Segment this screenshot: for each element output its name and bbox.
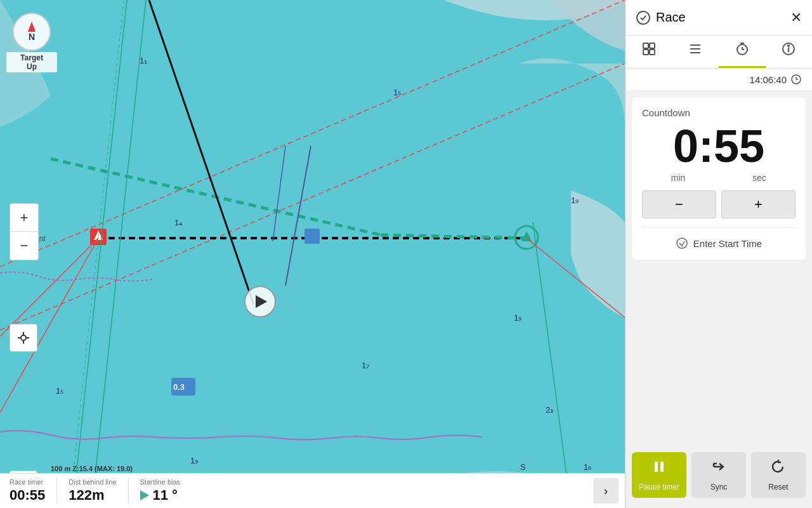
tab-timer-icon: [735, 41, 750, 60]
panel-title-text: Race: [656, 10, 686, 25]
compass-arrow-icon: [28, 22, 36, 32]
nav-arrow-icon: ›: [604, 485, 608, 498]
svg-text:1₁: 1₁: [140, 56, 147, 65]
tab-info-icon: [781, 41, 796, 60]
enter-start-icon: [676, 237, 688, 250]
startline-label: Startline bias: [140, 478, 181, 486]
sync-svg-icon: [710, 458, 727, 475]
play-button-map[interactable]: [244, 286, 276, 318]
pause-icon: [651, 458, 667, 479]
zoom-in-button[interactable]: +: [10, 204, 38, 232]
reset-button[interactable]: Reset: [751, 452, 806, 498]
play-icon: [256, 295, 267, 308]
svg-text:S: S: [520, 462, 526, 472]
enter-start-text: Enter Start Time: [693, 238, 762, 249]
tab-race-setup[interactable]: [625, 36, 672, 68]
zoom-out-button[interactable]: −: [10, 232, 38, 260]
location-icon: [16, 331, 30, 345]
sync-icon: [710, 458, 727, 479]
panel-title: Race: [636, 10, 790, 25]
svg-point-60: [677, 238, 687, 248]
map-svg: 1₁ 1₄ 1₅ 1₅ 1₉ 1₉ 1₇ 1₉ 2₃ S 1₆ ent 0.3: [0, 0, 625, 508]
startline-value-row: 11 °: [140, 487, 181, 504]
tab-timer[interactable]: [719, 36, 766, 68]
sync-button[interactable]: Sync: [691, 452, 746, 498]
race-panel: Race ✕: [625, 0, 812, 508]
svg-point-42: [637, 11, 650, 24]
race-timer-label: Race timer: [10, 478, 45, 486]
sec-plus-button[interactable]: +: [721, 190, 796, 218]
compass: N: [13, 13, 51, 51]
svg-text:1₉: 1₉: [190, 456, 198, 465]
race-icon: [636, 10, 651, 25]
reset-svg-icon: [770, 458, 787, 475]
svg-rect-0: [0, 0, 625, 508]
sync-label: Sync: [710, 483, 728, 491]
panel-close-button[interactable]: ✕: [790, 10, 802, 26]
svg-rect-6: [304, 229, 320, 244]
svg-text:1₉: 1₉: [514, 313, 521, 323]
tab-gate-icon: [688, 41, 703, 60]
panel-header: Race ✕: [625, 0, 812, 36]
tab-info[interactable]: [766, 36, 813, 68]
compass-orientation-label: TargetUp: [6, 52, 57, 72]
min-minus-button[interactable]: −: [642, 190, 716, 218]
svg-text:1₄: 1₄: [174, 218, 182, 227]
nav-arrow-button[interactable]: ›: [593, 478, 619, 504]
compass-n-label: N: [29, 32, 35, 42]
race-timer-value: 00:55: [10, 487, 45, 504]
pause-svg-icon: [651, 458, 667, 475]
svg-text:2₃: 2₃: [546, 405, 553, 415]
enter-start-time-row[interactable]: Enter Start Time: [642, 227, 796, 250]
pause-timer-button[interactable]: Pause timer: [632, 452, 686, 498]
startline-section: Startline bias 11 °: [129, 478, 192, 504]
svg-rect-44: [650, 43, 655, 48]
action-buttons: Pause timer Sync Reset: [625, 442, 812, 508]
zoom-controls: + −: [10, 203, 39, 260]
reset-icon: [770, 458, 787, 479]
sec-label: sec: [728, 173, 790, 183]
scale-text: 100 m Z:15.4 (MAX: 19.0): [51, 465, 133, 472]
startline-value: 11: [153, 487, 168, 504]
reset-label: Reset: [768, 483, 788, 491]
location-button[interactable]: [10, 324, 37, 352]
stepper-row: − +: [642, 190, 796, 218]
dist-behind-value: 122m: [69, 487, 116, 504]
current-time: 14:06:40: [750, 74, 787, 85]
map-area: 1₁ 1₄ 1₅ 1₅ 1₉ 1₉ 1₇ 1₉ 2₃ S 1₆ ent 0.3 …: [0, 0, 625, 508]
dist-behind-label: Dist behind line: [69, 478, 116, 486]
pause-timer-label: Pause timer: [639, 483, 679, 491]
dist-behind-section: Dist behind line 122m: [57, 478, 128, 504]
countdown-units: min sec: [642, 173, 796, 183]
svg-text:1₆: 1₆: [584, 462, 591, 472]
race-timer-section: Race timer 00:55: [6, 478, 57, 504]
tab-setup-icon: [641, 41, 657, 60]
svg-text:1₅: 1₅: [56, 386, 63, 396]
clock-icon: [790, 74, 802, 85]
svg-rect-61: [655, 462, 658, 472]
tab-bar: [625, 36, 812, 69]
svg-point-56: [788, 45, 789, 46]
svg-text:0.3: 0.3: [173, 382, 185, 392]
startline-unit: °: [172, 487, 178, 504]
min-label: min: [647, 173, 709, 183]
svg-rect-62: [660, 462, 664, 472]
svg-point-35: [21, 335, 26, 340]
time-row: 14:06:40: [625, 69, 812, 91]
countdown-label: Countdown: [642, 107, 796, 118]
countdown-value: 0:55: [673, 123, 764, 169]
startline-arrow-icon: [140, 490, 149, 500]
countdown-card: Countdown 0:55 min sec − + Enter Start T…: [632, 97, 806, 260]
svg-rect-46: [650, 50, 655, 55]
unit-spacer: [709, 173, 728, 183]
tab-gate[interactable]: [672, 36, 719, 68]
bottom-bar: Race timer 00:55 Dist behind line 122m S…: [0, 473, 625, 508]
svg-rect-45: [643, 50, 648, 55]
svg-text:1₅: 1₅: [393, 88, 401, 97]
svg-text:1₇: 1₇: [362, 361, 369, 370]
svg-text:1₉: 1₉: [571, 196, 579, 205]
countdown-display: 0:55: [642, 123, 796, 169]
svg-rect-43: [643, 43, 648, 48]
